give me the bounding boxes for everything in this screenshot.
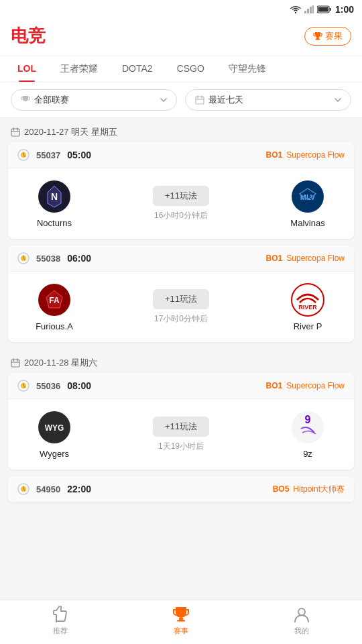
- svg-rect-8: [316, 38, 319, 39]
- date-filter-label: 最近七天: [208, 94, 243, 106]
- wifi-icon: [290, 5, 301, 13]
- match-clock-icon: [17, 149, 29, 161]
- bo-badge-55038: BO1: [266, 254, 283, 263]
- header: 电竞 赛果: [0, 19, 362, 56]
- match-body-55037: N Nocturns +11玩法 16小时0分钟后 MLV M: [8, 168, 354, 239]
- battery-icon: [317, 5, 332, 13]
- match-header-55037: 55037 05:00 BO1 Supercopa Flow: [8, 142, 354, 168]
- bo-badge-55036: BO1: [266, 381, 283, 390]
- team-b-name-55037: Malvinas: [290, 218, 324, 228]
- match-card-55038: 55038 06:00 BO1 Supercopa Flow FA Furiou…: [8, 246, 354, 342]
- tab-honor[interactable]: 王者荣耀: [48, 56, 110, 82]
- svg-text:9: 9: [305, 414, 311, 425]
- time-hint-55037: 16小时0分钟后: [154, 210, 208, 221]
- calendar-icon: [195, 95, 204, 105]
- nav-recommend[interactable]: 推荐: [52, 606, 69, 636]
- league-filter-label: 全部联赛: [34, 94, 69, 106]
- chevron-down-icon: [160, 98, 167, 102]
- tab-overwatch[interactable]: 守望先锋: [217, 56, 278, 82]
- match-clock-icon-4: [17, 483, 29, 495]
- match-card-54950: 54950 22:00 BO5 Hitpoint大师赛: [8, 476, 354, 502]
- svg-rect-9: [316, 39, 320, 40]
- odds-button-55038[interactable]: +11玩法: [153, 289, 209, 309]
- match-body-55036: WYG Wygers +11玩法 1天19小时后 9: [8, 399, 354, 470]
- team-b-logo-55038: RIVER: [290, 282, 325, 317]
- match-header-55038: 55038 06:00 BO1 Supercopa Flow: [8, 246, 354, 272]
- match-card-55037: 55037 05:00 BO1 Supercopa Flow N Nocturn…: [8, 142, 354, 239]
- bo-badge-54950: BO5: [273, 484, 290, 494]
- team-a-logo-55036: WYG: [37, 410, 72, 445]
- trophy-filter-icon: [21, 95, 30, 105]
- league-name-55037: Supercopa Flow: [286, 150, 345, 160]
- team-b-name-55038: River P: [294, 321, 322, 331]
- nav-tabs: LOL 王者荣耀 DOTA2 CSGO 守望先锋: [0, 56, 362, 83]
- team-a-logo-55037: N: [37, 179, 72, 214]
- svg-rect-4: [312, 5, 314, 13]
- team-b-55038: RIVER River P: [271, 282, 345, 331]
- team-b-logo-55037: MLV: [290, 179, 325, 214]
- nav-mine[interactable]: 我的: [293, 606, 310, 636]
- match-id-54950: 54950: [36, 484, 60, 494]
- svg-rect-45: [179, 618, 183, 620]
- match-header-54950: 54950 22:00 BO5 Hitpoint大师赛: [8, 476, 354, 502]
- status-bar: 1:00: [0, 0, 362, 19]
- match-time-55037: 05:00: [67, 150, 91, 160]
- signal-icon: [304, 5, 314, 13]
- date-filter[interactable]: 最近七天: [185, 89, 351, 111]
- results-button[interactable]: 赛果: [304, 27, 351, 46]
- tab-lol[interactable]: LOL: [5, 56, 48, 82]
- chevron-down-icon-2: [335, 98, 341, 102]
- nav-events[interactable]: 赛事: [172, 606, 190, 636]
- svg-text:MLV: MLV: [300, 193, 316, 201]
- bo-badge-55037: BO1: [266, 150, 283, 160]
- match-center-55038: +11玩法 17小时0分钟后: [91, 289, 271, 325]
- svg-point-0: [295, 12, 296, 13]
- match-id-55037: 55037: [36, 150, 60, 160]
- time-hint-55036: 1天19小时后: [158, 441, 204, 452]
- river-logo: RIVER: [290, 282, 325, 317]
- match-time-55036: 08:00: [67, 380, 91, 391]
- odds-button-55037[interactable]: +11玩法: [153, 186, 209, 206]
- tab-dota2[interactable]: DOTA2: [110, 56, 165, 82]
- team-a-55038: FA Furious.A: [17, 282, 91, 331]
- status-icons: 1:00: [290, 4, 354, 15]
- match-body-55038: FA Furious.A +11玩法 17小时0分钟后 RIVER: [8, 272, 354, 342]
- tab-csgo[interactable]: CSGO: [165, 56, 217, 82]
- match-header-55036: 55036 08:00 BO1 Supercopa Flow: [8, 373, 354, 399]
- calendar-icon-section: [11, 127, 20, 137]
- svg-text:WYG: WYG: [45, 423, 64, 433]
- team-b-55037: MLV Malvinas: [271, 179, 345, 228]
- match-id-55038: 55038: [36, 254, 60, 264]
- league-name-55038: Supercopa Flow: [286, 254, 345, 263]
- svg-rect-46: [177, 620, 185, 622]
- wygers-logo: WYG: [37, 410, 72, 445]
- svg-rect-6: [330, 8, 331, 11]
- svg-rect-7: [318, 7, 328, 12]
- match-center-55037: +11玩法 16小时0分钟后: [91, 186, 271, 221]
- nav-recommend-label: 推荐: [53, 626, 68, 636]
- furious-logo: FA: [37, 282, 72, 317]
- svg-text:N: N: [51, 191, 58, 202]
- team-a-name-55036: Wygers: [40, 449, 69, 459]
- app-title: 电竞: [11, 24, 46, 48]
- team-a-55036: WYG Wygers: [17, 410, 91, 459]
- nav-events-label: 赛事: [174, 626, 188, 636]
- time-display: 1:00: [335, 4, 354, 15]
- odds-button-55036[interactable]: +11玩法: [153, 417, 209, 437]
- match-center-55036: +11玩法 1天19小时后: [91, 417, 271, 452]
- match-time-54950: 22:00: [67, 484, 91, 494]
- nav-mine-label: 我的: [294, 626, 309, 636]
- team-b-name-55036: 9z: [303, 449, 312, 459]
- svg-rect-2: [307, 9, 309, 13]
- match-clock-icon-3: [17, 380, 29, 392]
- svg-text:FA: FA: [49, 296, 60, 305]
- results-label: 赛果: [325, 30, 343, 42]
- malvinas-logo: MLV: [290, 179, 325, 214]
- thumbs-up-icon: [52, 606, 69, 623]
- svg-point-30: [292, 284, 324, 316]
- match-time-55038: 06:00: [67, 253, 91, 264]
- trophy-icon-small: [313, 32, 322, 41]
- date-label-1: 2020-11-27 明天 星期五: [24, 126, 117, 138]
- team-a-name-55038: Furious.A: [36, 321, 73, 331]
- league-filter[interactable]: 全部联赛: [11, 89, 177, 111]
